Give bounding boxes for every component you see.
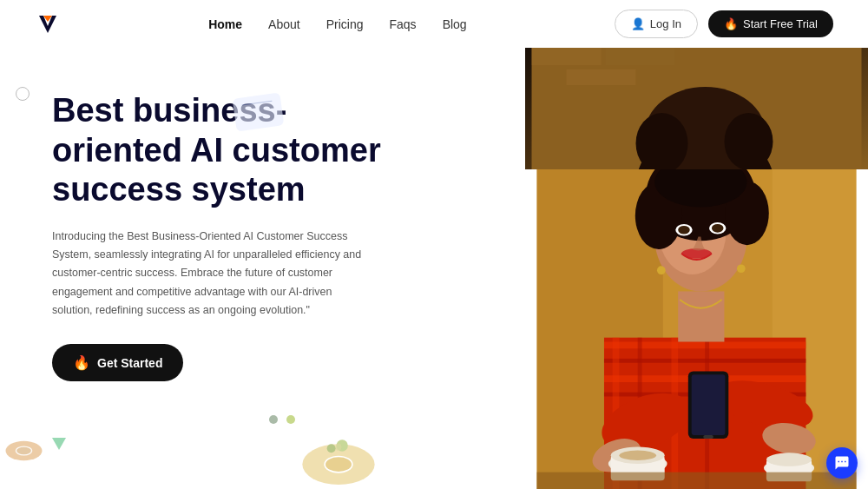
svg-point-13 (725, 113, 773, 169)
svg-point-47 (619, 450, 656, 460)
login-icon: 👤 (631, 17, 645, 30)
deco-email (233, 92, 285, 131)
trial-label: Start Free Trial (743, 17, 818, 30)
photo-main (525, 169, 868, 489)
svg-rect-16 (567, 69, 636, 85)
get-started-button[interactable]: 🔥 Get Started (52, 344, 183, 381)
svg-point-53 (737, 264, 746, 273)
deco-donut-left (0, 439, 48, 463)
photo-strip-top (525, 48, 868, 169)
nav-faqs[interactable]: Faqs (390, 17, 417, 31)
deco-triangle (52, 438, 66, 450)
nav-blog[interactable]: Blog (443, 17, 467, 31)
svg-rect-14 (532, 48, 602, 65)
login-button[interactable]: 👤 Log In (615, 10, 698, 38)
nav-pricing[interactable]: Pricing (326, 17, 364, 31)
navbar: Home About Pricing Faqs Blog 👤 Log In 🔥 … (0, 0, 868, 48)
svg-rect-51 (537, 472, 857, 489)
logo[interactable] (35, 11, 61, 37)
svg-rect-15 (606, 48, 675, 65)
nav-home[interactable]: Home (208, 17, 242, 31)
svg-point-52 (657, 266, 666, 274)
nav-about[interactable]: About (268, 17, 300, 31)
hero-right (499, 48, 868, 489)
svg-point-55 (678, 226, 690, 235)
svg-point-5 (326, 457, 352, 472)
svg-point-8 (336, 443, 342, 450)
hero-description: Introducing the Best Business-Oriented A… (52, 228, 373, 320)
nav-links: Home About Pricing Faqs Blog (208, 17, 466, 31)
trial-button[interactable]: 🔥 Start Free Trial (708, 10, 833, 37)
cta-label: Get Started (97, 356, 162, 370)
svg-rect-42 (692, 374, 726, 435)
svg-point-2 (16, 447, 31, 454)
deco-dot-1 (269, 415, 278, 424)
svg-point-6 (327, 444, 336, 453)
login-label: Log In (650, 17, 681, 30)
deco-dots (269, 415, 295, 424)
hero-section: Best business-oriented AI customer succe… (0, 48, 868, 489)
svg-point-50 (766, 453, 812, 466)
svg-rect-36 (678, 291, 724, 341)
svg-rect-43 (703, 435, 713, 439)
cta-fire-icon: 🔥 (73, 354, 90, 371)
fire-icon: 🔥 (724, 17, 738, 30)
deco-circle (16, 87, 30, 101)
chat-button[interactable] (826, 447, 858, 479)
svg-point-57 (712, 224, 724, 233)
deco-dot-2 (286, 415, 295, 424)
deco-donut-center (295, 428, 382, 485)
hero-left: Best business-oriented AI customer succe… (0, 48, 499, 489)
nav-actions: 👤 Log In 🔥 Start Free Trial (615, 10, 833, 38)
